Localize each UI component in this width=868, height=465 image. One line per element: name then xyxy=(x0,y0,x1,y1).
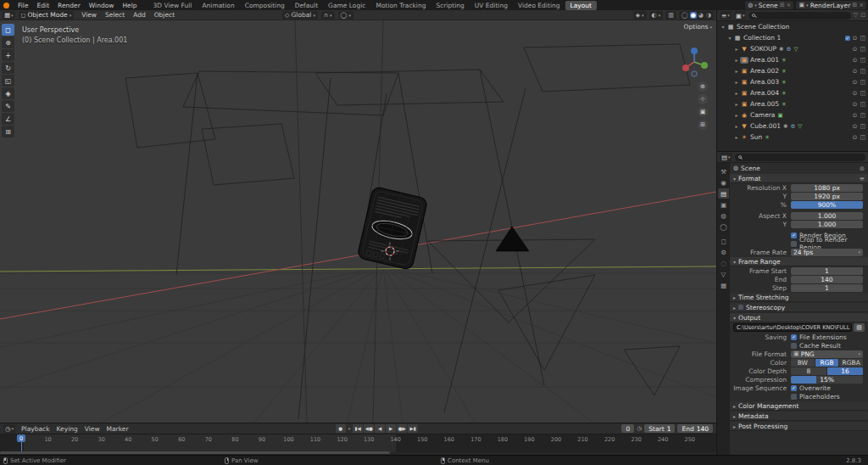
outliner-item-sun[interactable]: ▸☀Sun✳⊙◫ xyxy=(717,132,868,143)
measure-tool[interactable]: ∠ xyxy=(2,113,14,125)
tab-tool[interactable]: ⚒ xyxy=(718,166,729,176)
collapsed-section[interactable]: ▸ Color Management xyxy=(730,401,868,411)
navigation-gizmo[interactable] xyxy=(680,46,710,78)
outliner-item-area-005[interactable]: ▸▣Area.005✳⊙◫ xyxy=(717,98,868,109)
auto-keying-toggle[interactable]: ● xyxy=(336,424,346,433)
tab-object[interactable]: ◻ xyxy=(718,236,729,246)
end-frame-field[interactable]: End 140 xyxy=(677,424,713,433)
overlays-dropdown[interactable]: ◐ ▾ xyxy=(649,11,664,20)
proportional-editing-toggle[interactable]: ◯ ▾ xyxy=(338,11,353,20)
view-layer-selector[interactable]: ▣ ▾ RenderLayer ⊞ × xyxy=(796,1,866,9)
checkbox[interactable]: ✓ xyxy=(791,385,797,391)
filter-options-icon[interactable]: ⊡ xyxy=(860,12,865,19)
cache-result-checkbox[interactable]: Cache Result xyxy=(791,342,863,350)
workspace-tab[interactable]: UV Editing xyxy=(470,1,513,10)
close-icon[interactable]: × xyxy=(787,2,792,8)
menu-item[interactable]: Help xyxy=(118,2,141,9)
workspace-tab[interactable]: Layout xyxy=(565,1,598,10)
outliner-item-area-002[interactable]: ▸▣Area.002✳⊙◫ xyxy=(717,65,868,76)
output-path-field[interactable]: C:\Users\artur\Desktop\COVER KNO\FULL CO… xyxy=(733,323,852,332)
disclosure-icon[interactable]: ▸ xyxy=(733,123,740,129)
viewport-canvas[interactable]: ◻⊕+↻◱◈✎∠⊞ User Perspective (0) Scene Col… xyxy=(0,20,716,423)
outliner-item-sokoup[interactable]: ▸▼SOKOUP✱⚙▽⊙◫ xyxy=(717,43,868,54)
workspace-tab[interactable]: Game Logic xyxy=(323,1,370,10)
xray-toggle[interactable]: ▥ xyxy=(665,11,676,20)
options-dropdown[interactable]: Options ▾ xyxy=(684,23,712,31)
cursor-tool[interactable]: ⊕ xyxy=(2,36,14,48)
render-toggle-icon[interactable]: ◫ xyxy=(860,101,865,108)
tab-texture[interactable]: ▦ xyxy=(718,280,729,290)
eye-icon[interactable]: ⊙ xyxy=(853,101,858,108)
checkbox[interactable] xyxy=(791,343,797,349)
shading-material[interactable]: ◕ xyxy=(698,12,704,19)
new-layer-icon[interactable]: ⊞ xyxy=(852,2,857,8)
segment-option[interactable]: 16 xyxy=(827,367,863,375)
viewport-menu-item[interactable]: Select xyxy=(101,11,129,19)
eye-icon[interactable]: ⊙ xyxy=(853,123,858,130)
tab-render[interactable]: ◉ xyxy=(718,177,729,188)
number-field[interactable]: 1.000 xyxy=(791,212,863,220)
snapping-toggle[interactable]: ∩ ▾ xyxy=(321,11,335,20)
timeline-menu-item[interactable]: View xyxy=(81,425,103,433)
tab-physics[interactable]: ◌ xyxy=(718,258,729,268)
file-extensions-checkbox[interactable]: ✓ File Extensions xyxy=(791,333,863,341)
outliner-item-area-001[interactable]: ▸▣Area.001✳⊙◫ xyxy=(717,54,868,65)
tab-scene[interactable]: ◍ xyxy=(718,210,729,221)
shading-solid[interactable]: ● xyxy=(690,12,697,19)
z-axis-negative-handle[interactable] xyxy=(692,71,697,76)
cover-object[interactable] xyxy=(357,187,428,271)
editor-type-dropdown[interactable]: ◷ ▾ xyxy=(3,424,15,433)
disclosure-icon[interactable]: ▸ xyxy=(733,112,740,118)
disclosure-icon[interactable]: ▾ xyxy=(720,24,726,30)
play-reverse-button[interactable]: ◀ xyxy=(375,424,385,433)
render-toggle-icon[interactable]: ◫ xyxy=(860,123,865,130)
eye-icon[interactable]: ⊙ xyxy=(853,90,858,97)
eye-icon[interactable]: ⊙ xyxy=(853,46,858,53)
frame-rate-dropdown[interactable]: 24 fps ▾ xyxy=(791,249,863,256)
disclosure-icon[interactable]: ▸ xyxy=(733,134,740,140)
rotate-tool[interactable]: ↻ xyxy=(2,62,14,74)
disclosure-icon[interactable]: ▸ xyxy=(733,90,740,96)
disclosure-icon[interactable]: ▸ xyxy=(733,79,740,85)
gizmos-dropdown[interactable]: ◈ ▾ xyxy=(633,11,647,20)
properties-search-input[interactable] xyxy=(735,154,865,161)
editor-type-dropdown[interactable]: ▤ ▾ xyxy=(720,153,732,161)
presets-icon[interactable]: ≡ xyxy=(860,175,865,182)
outliner-item-scene-collection[interactable]: ▾▦Scene Collection xyxy=(717,21,868,32)
section-output[interactable]: ▾ Output xyxy=(730,313,868,322)
outliner-item-area-004[interactable]: ▸▣Area.004✳⊙◫ xyxy=(717,87,868,98)
workspace-tab[interactable]: Default xyxy=(290,1,323,10)
number-field[interactable]: 1920 px xyxy=(791,193,863,200)
eye-icon[interactable]: ⊙ xyxy=(853,57,858,64)
render-toggle-icon[interactable]: ◫ xyxy=(860,112,865,119)
checkbox[interactable]: ✓ xyxy=(791,334,797,340)
timeline-menu-item[interactable]: Playback xyxy=(18,425,53,433)
prev-keyframe-button[interactable]: ◀● xyxy=(364,424,374,433)
outliner-item-area-003[interactable]: ▸▣Area.003✳⊙◫ xyxy=(717,76,868,87)
menu-item[interactable]: Render xyxy=(53,2,85,9)
menu-item[interactable]: Edit xyxy=(33,2,54,9)
tab-object-data[interactable]: ▽ xyxy=(718,269,729,279)
perspective-toggle-icon[interactable]: ⊞ xyxy=(698,120,708,130)
placeholders-checkbox[interactable]: Placeholders xyxy=(791,393,863,401)
outliner-item-camera[interactable]: ▸◉Camera▣⊙◫ xyxy=(717,109,868,120)
workspace-tab[interactable]: Motion Tracking xyxy=(370,1,431,10)
viewport-menu-item[interactable]: Object xyxy=(150,11,179,19)
outliner-search-input[interactable] xyxy=(748,12,850,20)
number-field[interactable]: 1 xyxy=(791,267,863,275)
viewport-menu-item[interactable]: Add xyxy=(129,11,150,19)
render-toggle-icon[interactable]: ◫ xyxy=(860,79,865,86)
exclude-checkbox[interactable]: ✓ xyxy=(845,36,850,41)
collapsed-section[interactable]: ▸ Time Stretching xyxy=(730,293,868,302)
eye-icon[interactable]: ⊙ xyxy=(853,134,858,141)
collapsed-section[interactable]: ▸ Metadata xyxy=(730,412,868,421)
timeline-scrollbar[interactable] xyxy=(0,451,390,454)
section-frame-range[interactable]: ▾ Frame Range xyxy=(730,257,868,266)
playhead-badge[interactable]: 0 xyxy=(17,434,25,442)
viewport-menu-item[interactable]: View xyxy=(77,11,101,19)
segment-option[interactable]: BW xyxy=(791,359,815,367)
workspace-tab[interactable]: Scripting xyxy=(431,1,469,10)
scene-selector[interactable]: ◍ ▾ Scene ⊞ × xyxy=(745,1,793,9)
file-format-dropdown[interactable]: ▣ PNG ▾ xyxy=(791,350,863,358)
checkbox[interactable] xyxy=(738,305,743,310)
